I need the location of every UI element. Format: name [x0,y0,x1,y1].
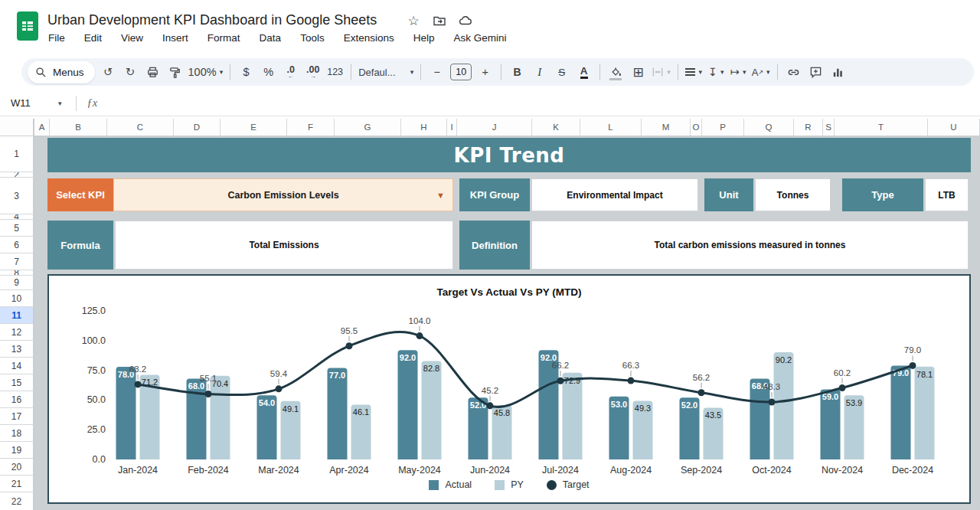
menu-item-data[interactable]: Data [260,32,282,44]
column-header-E[interactable]: E [220,119,287,136]
row-header-7[interactable]: 7 [0,253,34,270]
text-rotation-button[interactable]: A↗▾ [752,62,770,82]
format-currency-button[interactable]: $ [237,62,255,82]
bold-button[interactable]: B [508,62,526,82]
row-header-14[interactable]: 14 [0,358,34,374]
row-header-12[interactable]: 12 [0,324,34,341]
zoom-control[interactable]: 100%▾ [188,62,224,82]
row-header-2[interactable]: 2 [0,172,34,178]
print-button[interactable] [144,62,162,82]
svg-text:60.2: 60.2 [834,368,851,378]
italic-button[interactable]: I [531,62,548,82]
chevron-down-icon[interactable]: ▾ [58,100,62,107]
unit-value[interactable]: Tonnes [755,178,831,211]
row-header-10[interactable]: 10 [0,290,34,307]
link-icon [787,66,800,79]
menu-item-file[interactable]: File [48,32,65,44]
kpi-group-value[interactable]: Environmental Impact [531,178,698,211]
menu-item-format[interactable]: Format [207,32,240,44]
cloud-saved-icon[interactable] [458,13,473,28]
row-header-4[interactable]: 4 [0,214,34,220]
column-header-B[interactable]: B [50,119,107,136]
column-header-U[interactable]: U [928,119,980,136]
insert-chart-button[interactable] [829,62,847,82]
formula-value[interactable]: Total Emissions [115,221,453,270]
column-header-J[interactable]: J [457,119,532,136]
menus-search-button[interactable]: Menus [28,61,95,83]
insert-link-button[interactable] [785,62,802,82]
row-header-16[interactable]: 16 [0,391,34,408]
name-box[interactable]: W11 [0,97,54,109]
column-header-S[interactable]: S [823,119,835,136]
borders-button[interactable]: ⊞ [629,62,647,82]
row-header-8[interactable]: 8 [0,270,34,276]
row-header-19[interactable]: 19 [0,442,34,459]
row-header-9[interactable]: 9 [0,276,34,290]
vertical-align-button[interactable]: ↧▾ [707,62,725,82]
column-header-M[interactable]: M [642,119,691,136]
row-header-15[interactable]: 15 [0,374,34,391]
menu-item-tools[interactable]: Tools [300,32,325,44]
horizontal-align-button[interactable]: ▾ [685,62,703,82]
column-header-I[interactable]: I [447,119,457,136]
row-header-3[interactable]: 3 [0,178,34,214]
column-header-P[interactable]: P [702,119,744,136]
column-header-R[interactable]: R [794,119,823,136]
fill-color-button[interactable] [607,62,625,82]
document-title[interactable]: Urban Development KPI Dashboard in Googl… [47,12,377,28]
paint-format-button[interactable] [166,62,184,82]
row-header-5[interactable]: 5 [0,220,34,237]
insert-comment-button[interactable] [807,62,825,82]
row-header-11[interactable]: 11 [0,307,34,324]
column-header-O[interactable]: O [691,119,702,136]
menu-item-edit[interactable]: Edit [84,32,102,44]
column-header-F[interactable]: F [287,119,335,136]
kpi-trend-chart[interactable]: Target Vs Actual Vs PY (MTD)0.025.050.07… [47,274,971,504]
increase-font-size-button[interactable]: + [476,62,494,82]
decrease-decimal-button[interactable]: .0← [282,62,299,82]
row-header-21[interactable]: 21 [0,476,34,492]
row-header-22[interactable]: 22 [0,492,34,510]
menu-item-ask-gemini[interactable]: Ask Gemini [453,32,506,44]
chart-canvas: Target Vs Actual Vs PY (MTD)0.025.050.07… [49,276,969,502]
merge-cells-button[interactable]: ▾ [652,62,671,82]
row-header-18[interactable]: 18 [0,425,34,442]
column-header-T[interactable]: T [835,119,928,136]
row-header-6[interactable]: 6 [0,237,34,253]
column-header-C[interactable]: C [107,119,174,136]
text-wrap-button[interactable]: ↦▾ [730,62,747,82]
star-icon[interactable]: ☆ [406,13,421,28]
menu-item-help[interactable]: Help [413,32,435,44]
font-family-selector[interactable]: Defaul...▾ [358,62,413,82]
menu-item-view[interactable]: View [121,32,143,44]
type-value[interactable]: LTB [925,178,969,211]
column-header-L[interactable]: L [580,119,642,136]
row-header-1[interactable]: 1 [0,136,34,172]
column-header-H[interactable]: H [401,119,447,136]
column-header-A[interactable]: A [34,119,50,136]
more-formats-button[interactable]: 123 [326,62,344,82]
column-header-D[interactable]: D [174,119,220,136]
column-header-G[interactable]: G [335,119,401,136]
kpi-select-dropdown[interactable]: Carbon Emission Levels ▼ [113,178,453,211]
text-color-button[interactable]: A [580,66,588,79]
font-size-input[interactable]: 10 [450,64,472,80]
format-percent-button[interactable]: % [260,62,277,82]
strikethrough-button[interactable]: S [553,62,570,82]
column-header-Q[interactable]: Q [744,119,794,136]
row-header-13[interactable]: 13 [0,341,34,358]
move-folder-icon[interactable] [432,13,447,28]
decrease-font-size-button[interactable]: − [428,62,446,82]
select-all-corner[interactable] [0,119,34,136]
row-header-17[interactable]: 17 [0,408,34,425]
menu-item-insert[interactable]: Insert [162,32,188,44]
column-headers: ABCDEFGHIJKLMOPQRSTU [34,119,980,136]
undo-button[interactable]: ↺ [100,62,117,82]
row-header-20[interactable]: 20 [0,459,34,476]
column-header-K[interactable]: K [532,119,580,136]
definition-value[interactable]: Total carbon emissions measured in tonne… [531,221,969,270]
menu-item-extensions[interactable]: Extensions [344,32,394,44]
align-lines-icon [685,68,695,70]
redo-button[interactable]: ↻ [122,62,139,82]
increase-decimal-button[interactable]: .00→ [304,62,322,82]
